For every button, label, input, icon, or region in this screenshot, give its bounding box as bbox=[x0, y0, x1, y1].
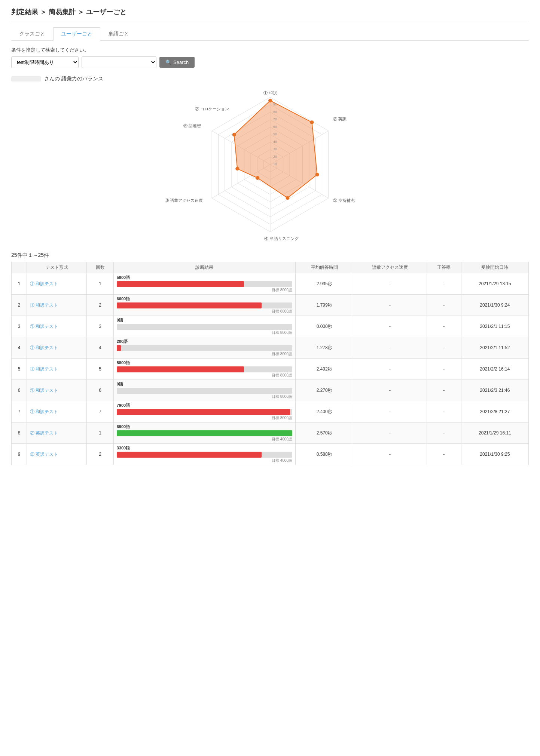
bar-target: 目標 8000語 bbox=[117, 415, 292, 421]
row-correct: - bbox=[427, 337, 461, 359]
row-type: ① 和訳テスト bbox=[27, 295, 87, 316]
row-access-speed: - bbox=[353, 316, 427, 337]
row-count: 2 bbox=[87, 444, 113, 465]
type-link[interactable]: ① 和訳テスト bbox=[30, 345, 58, 350]
search-button[interactable]: 🔍 Search bbox=[159, 57, 195, 68]
svg-text:70: 70 bbox=[273, 117, 277, 121]
svg-text:② 英訳: ② 英訳 bbox=[333, 117, 347, 121]
svg-point-17 bbox=[310, 120, 314, 124]
svg-text:① 和訳: ① 和訳 bbox=[263, 90, 277, 95]
bar-target: 目標 8000語 bbox=[117, 309, 292, 314]
svg-text:③ 空所補充: ③ 空所補充 bbox=[333, 198, 355, 203]
type-link[interactable]: ① 和訳テスト bbox=[30, 324, 58, 329]
row-no: 5 bbox=[12, 359, 27, 380]
bar-track bbox=[117, 345, 292, 351]
col-type: テスト形式 bbox=[27, 262, 87, 273]
bar-target: 目標 8000語 bbox=[117, 288, 292, 293]
row-count: 5 bbox=[87, 359, 113, 380]
score-label: 0語 bbox=[117, 381, 292, 387]
row-no: 4 bbox=[12, 337, 27, 359]
table-row: 5 ① 和訳テスト 5 5800語 目標 8000語 2.492秒 - - 20… bbox=[12, 359, 529, 380]
bar-fill bbox=[117, 452, 262, 458]
test-type-select[interactable]: test制限時間あり bbox=[11, 56, 79, 68]
svg-point-22 bbox=[232, 133, 236, 136]
svg-text:90: 90 bbox=[273, 102, 277, 106]
bar-fill bbox=[117, 430, 292, 436]
row-result: 200語 目標 8000語 bbox=[113, 337, 295, 359]
type-link[interactable]: ① 和訳テスト bbox=[30, 281, 58, 286]
svg-text:② コロケーション: ② コロケーション bbox=[195, 107, 229, 111]
row-no: 3 bbox=[12, 316, 27, 337]
row-correct: - bbox=[427, 316, 461, 337]
bar-track bbox=[117, 324, 292, 330]
radar-chart: 90 80 70 60 50 40 30 20 10 ① 和訳 ② 英訳 ③ 空… bbox=[11, 86, 529, 243]
type-link[interactable]: ① 和訳テスト bbox=[30, 302, 58, 308]
row-no: 2 bbox=[12, 295, 27, 316]
bar-track bbox=[117, 302, 292, 308]
tab-class[interactable]: クラスごと bbox=[11, 27, 53, 40]
row-date: 2021/2/3 21:46 bbox=[461, 380, 528, 401]
score-label: 0語 bbox=[117, 317, 292, 323]
row-count: 6 bbox=[87, 380, 113, 401]
row-avg-time: 0.588秒 bbox=[295, 444, 353, 465]
svg-point-21 bbox=[235, 167, 239, 170]
tab-user[interactable]: ユーザーごと bbox=[53, 27, 100, 41]
table-row: 2 ① 和訳テスト 2 6600語 目標 8000語 1.799秒 - - 20… bbox=[12, 295, 529, 316]
row-correct: - bbox=[427, 359, 461, 380]
table-row: 7 ① 和訳テスト 7 7900語 目標 8000語 2.400秒 - - 20… bbox=[12, 401, 529, 422]
username-placeholder bbox=[11, 76, 41, 82]
type-link[interactable]: ② 英訳テスト bbox=[30, 452, 58, 457]
bar-fill bbox=[117, 366, 244, 372]
tab-word[interactable]: 単語ごと bbox=[100, 27, 137, 40]
row-avg-time: 0.000秒 bbox=[295, 316, 353, 337]
result-count: 25件中１～25件 bbox=[11, 252, 529, 259]
row-avg-time: 2.570秒 bbox=[295, 422, 353, 444]
bar-target: 目標 8000語 bbox=[117, 351, 292, 357]
svg-text:50: 50 bbox=[273, 132, 277, 136]
row-count: 7 bbox=[87, 401, 113, 422]
row-access-speed: - bbox=[353, 295, 427, 316]
type-link[interactable]: ② 英訳テスト bbox=[30, 430, 58, 436]
row-type: ① 和訳テスト bbox=[27, 380, 87, 401]
type-link[interactable]: ① 和訳テスト bbox=[30, 388, 58, 393]
search-row: test制限時間あり 🔍 Search bbox=[11, 56, 529, 68]
bar-track bbox=[117, 452, 292, 458]
chart-title: さんの 語彙力のバランス bbox=[11, 76, 529, 82]
col-result: 診断結果 bbox=[113, 262, 295, 273]
row-correct: - bbox=[427, 295, 461, 316]
svg-point-18 bbox=[315, 173, 319, 176]
user-select[interactable] bbox=[82, 56, 156, 68]
bar-track bbox=[117, 281, 292, 287]
type-link[interactable]: ① 和訳テスト bbox=[30, 366, 58, 372]
tab-bar: クラスごと ユーザーごと 単語ごと bbox=[11, 27, 529, 41]
col-access-speed: 語彙アクセス速度 bbox=[353, 262, 427, 273]
svg-text:60: 60 bbox=[273, 125, 277, 129]
row-avg-time: 2.492秒 bbox=[295, 359, 353, 380]
row-no: 6 bbox=[12, 380, 27, 401]
col-count: 回数 bbox=[87, 262, 113, 273]
row-avg-time: 2.935秒 bbox=[295, 273, 353, 295]
svg-point-19 bbox=[286, 196, 289, 200]
row-date: 2021/1/30 9:24 bbox=[461, 295, 528, 316]
row-correct: - bbox=[427, 273, 461, 295]
row-count: 1 bbox=[87, 422, 113, 444]
col-correct: 正答率 bbox=[427, 262, 461, 273]
type-link[interactable]: ① 和訳テスト bbox=[30, 409, 58, 414]
chart-section: さんの 語彙力のバランス bbox=[11, 76, 529, 243]
row-access-speed: - bbox=[353, 444, 427, 465]
results-table: テスト形式 回数 診断結果 平均解答時間 語彙アクセス速度 正答率 受験開始日時… bbox=[11, 262, 529, 465]
row-no: 8 bbox=[12, 422, 27, 444]
row-type: ① 和訳テスト bbox=[27, 337, 87, 359]
row-avg-time: 2.400秒 bbox=[295, 401, 353, 422]
bar-track bbox=[117, 430, 292, 436]
svg-text:40: 40 bbox=[273, 140, 277, 144]
row-count: 4 bbox=[87, 337, 113, 359]
row-count: 3 bbox=[87, 316, 113, 337]
score-label: 200語 bbox=[117, 339, 292, 344]
row-count: 2 bbox=[87, 295, 113, 316]
breadcrumb: 判定結果 ＞ 簡易集計 ＞ ユーザーごと bbox=[11, 7, 529, 21]
bar-target: 目標 8000語 bbox=[117, 330, 292, 335]
score-label: 5800語 bbox=[117, 275, 292, 280]
row-correct: - bbox=[427, 380, 461, 401]
row-no: 9 bbox=[12, 444, 27, 465]
